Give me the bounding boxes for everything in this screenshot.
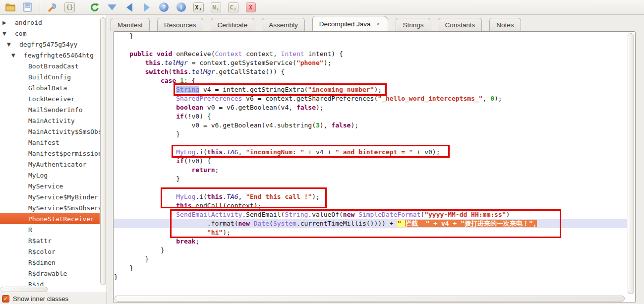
tab-assembly[interactable]: Assembly bbox=[262, 18, 305, 31]
jadx-decompiler-window: {}?iX,N,C,X ▶android▼com▼degfrg5475g54yy… bbox=[0, 0, 644, 304]
code-token: if bbox=[176, 113, 184, 120]
toolbar: {}?iX,N,C,X bbox=[0, 0, 644, 15]
code-line bbox=[114, 139, 627, 148]
code-line: .format(new Date(System.currentTimeMilli… bbox=[114, 219, 627, 228]
tree-vertical-scrollbar[interactable] bbox=[100, 17, 106, 285]
tree-item-mylog[interactable]: MyLog bbox=[0, 170, 100, 181]
tree-item-bootbroadcast[interactable]: BootBroadCast bbox=[0, 61, 100, 71]
code-token: } bbox=[114, 246, 165, 254]
save-icon[interactable] bbox=[22, 2, 33, 12]
code-line: MyLog.i(this.TAG, "End this call !"); bbox=[114, 192, 627, 201]
tree-item-buildconfig[interactable]: BuildConfig bbox=[0, 71, 100, 82]
tree-item-fewgfrhgte65464htg[interactable]: ▼fewgfrhgte65464htg bbox=[0, 50, 100, 61]
code-token: "hi" bbox=[207, 229, 223, 236]
main-panel: ManifestResourcesCertificateAssemblyDeco… bbox=[107, 15, 644, 304]
tab-certificate[interactable]: Certificate bbox=[211, 18, 255, 31]
tree-horizontal-scrollbar-thumb[interactable] bbox=[0, 287, 48, 292]
tree-item-myservice$smsobserv[interactable]: MyService$SmsObserv bbox=[0, 202, 100, 213]
help-icon[interactable]: ? bbox=[159, 2, 169, 12]
tree-item-r[interactable]: R bbox=[0, 224, 100, 235]
tab-resources[interactable]: Resources bbox=[157, 18, 203, 31]
code-line: } bbox=[114, 273, 627, 282]
tab-notes[interactable]: Notes bbox=[489, 18, 521, 31]
tab-manifest[interactable]: Manifest bbox=[111, 18, 150, 31]
open-folder-icon[interactable] bbox=[5, 2, 15, 12]
package-tree[interactable]: ▶android▼com▼degfrg5475g54yy▼fewgfrhgte6… bbox=[0, 17, 100, 286]
decompiled-java-editor[interactable]: } public void onReceive(Context context,… bbox=[113, 31, 636, 303]
tree-item-r$attr[interactable]: R$attr bbox=[0, 235, 100, 246]
back-icon[interactable] bbox=[124, 2, 134, 12]
code-token bbox=[114, 229, 207, 236]
preferences-wrench-icon[interactable] bbox=[47, 2, 58, 12]
tab-strings[interactable]: Strings bbox=[396, 18, 430, 31]
tree-item-label: android bbox=[15, 19, 42, 26]
code-view[interactable]: } public void onReceive(Context context,… bbox=[114, 32, 627, 296]
tab-decompiled-java[interactable]: Decompiled Java× bbox=[312, 16, 389, 31]
tree-item-myauthenticator[interactable]: MyAuthenticator bbox=[0, 159, 100, 170]
code-token: ), bbox=[320, 122, 331, 129]
code-token: SimpleDateFormat bbox=[358, 211, 420, 218]
code-line: break; bbox=[114, 237, 627, 246]
key-c-icon[interactable]: C, bbox=[228, 2, 238, 12]
code-line: SendEmailActivity.SendEmail(String.value… bbox=[114, 210, 627, 219]
editor-horizontal-scrollbar[interactable] bbox=[115, 296, 627, 302]
code-token: false bbox=[331, 122, 351, 129]
editor-vertical-scrollbar[interactable] bbox=[628, 33, 634, 294]
editor-vertical-scrollbar-thumb[interactable] bbox=[628, 33, 634, 294]
tree-item-r$color[interactable]: R$color bbox=[0, 246, 100, 257]
code-token bbox=[114, 113, 176, 120]
tree-expanded-icon[interactable]: ▼ bbox=[2, 31, 15, 36]
forward-icon[interactable] bbox=[141, 2, 152, 12]
tree-item-label: com bbox=[15, 30, 26, 37]
tree-horizontal-scrollbar[interactable] bbox=[0, 287, 99, 292]
tree-item-mailsenderinfo[interactable]: MailSenderInfo bbox=[0, 104, 100, 115]
tree-item-label: R$color bbox=[28, 248, 56, 255]
info-icon[interactable]: i bbox=[176, 2, 186, 12]
reload-icon[interactable] bbox=[89, 2, 100, 12]
key-n-icon[interactable]: N, bbox=[211, 2, 221, 12]
tree-item-r$drawable[interactable]: R$drawable bbox=[0, 268, 100, 279]
code-token: ); bbox=[374, 86, 382, 93]
show-inner-classes-label: Show inner classes bbox=[13, 295, 68, 303]
tree-expanded-icon[interactable]: ▼ bbox=[11, 53, 24, 58]
code-token bbox=[114, 166, 192, 174]
tree-item-myservice$mybinder[interactable]: MyService$MyBinder bbox=[0, 191, 100, 202]
tree-item-r$dimen[interactable]: R$dimen bbox=[0, 257, 100, 268]
tree-item-phonestatreceiver[interactable]: PhoneStatReceiver bbox=[0, 213, 100, 224]
code-line bbox=[114, 41, 627, 50]
code-token: this bbox=[172, 68, 187, 75]
close-x-icon[interactable]: X bbox=[245, 2, 256, 12]
tree-item-mainactivity$smsobse[interactable]: MainActivity$SmsObse bbox=[0, 126, 100, 137]
tab-constants[interactable]: Constants bbox=[438, 18, 482, 31]
tree-item-android[interactable]: ▶android bbox=[0, 17, 100, 28]
scroll-down-icon[interactable] bbox=[107, 2, 117, 12]
deobfuscation-x-icon[interactable]: X, bbox=[193, 2, 204, 12]
tree-item-globaldata[interactable]: GlobalData bbox=[0, 82, 100, 93]
tree-expanded-icon[interactable]: ▼ bbox=[6, 42, 19, 47]
code-token: ; bbox=[215, 166, 219, 174]
tree-vertical-scrollbar-thumb[interactable] bbox=[100, 17, 106, 285]
code-token: intent) { bbox=[304, 50, 343, 58]
tab-label: Notes bbox=[496, 21, 514, 29]
tree-item-lockreceiver[interactable]: LockReceiver bbox=[0, 93, 100, 104]
tree-item-manifest[interactable]: Manifest bbox=[0, 137, 100, 148]
tree-item-label: fewgfrhgte65464htg bbox=[24, 52, 94, 59]
code-token: case bbox=[161, 77, 176, 84]
tree-item-degfrg5475g54yy[interactable]: ▼degfrg5475g54yy bbox=[0, 39, 100, 50]
code-token: this bbox=[145, 59, 161, 66]
tree-item-r$id[interactable]: R$id bbox=[0, 279, 100, 286]
code-token: } bbox=[114, 130, 180, 138]
show-inner-classes-checkbox[interactable]: ✓ bbox=[2, 295, 9, 303]
tree-collapsed-icon[interactable]: ▶ bbox=[2, 20, 15, 25]
tree-item-mainactivity[interactable]: MainActivity bbox=[0, 115, 100, 126]
code-token bbox=[153, 50, 157, 58]
tree-item-myservice[interactable]: MyService bbox=[0, 181, 100, 191]
tab-label: Manifest bbox=[117, 21, 143, 29]
editor-horizontal-scrollbar-thumb[interactable] bbox=[115, 296, 625, 302]
tab-close-icon[interactable]: × bbox=[375, 21, 381, 27]
braces-icon[interactable]: {} bbox=[64, 2, 75, 12]
tree-item-manifest$permission[interactable]: Manifest$permission bbox=[0, 148, 100, 159]
tree-item-com[interactable]: ▼com bbox=[0, 28, 100, 39]
code-line: SharedPreferences v6 = context.getShared… bbox=[114, 94, 627, 103]
code-token bbox=[176, 77, 180, 84]
